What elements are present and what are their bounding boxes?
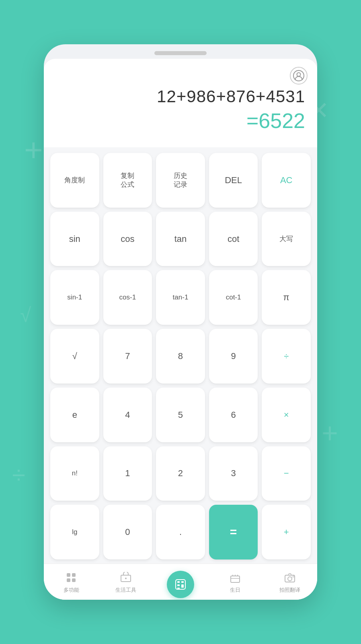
phone-notch-bar [44, 44, 317, 59]
tan-button[interactable]: tan [156, 212, 205, 266]
svg-text:+: + [24, 132, 43, 168]
nav-ocr-label: 拍照翻译 [279, 586, 300, 594]
svg-text:+: + [322, 417, 338, 449]
svg-rect-19 [177, 588, 180, 589]
bottom-nav: 多功能 生活工具 [44, 564, 317, 600]
camera-icon: 译 [283, 570, 297, 585]
svg-rect-15 [177, 581, 180, 583]
atan-button[interactable]: tan-1 [156, 270, 205, 325]
row-0: lg 0 . = + [50, 505, 311, 559]
svg-rect-9 [72, 573, 76, 577]
svg-rect-18 [181, 584, 184, 588]
keypad-area: 角度制 复制公式 历史记录 DEL AC sin cos tan cot 大写 … [44, 147, 317, 564]
add-button[interactable]: + [262, 505, 311, 559]
svg-point-13 [125, 578, 127, 579]
svg-rect-14 [176, 580, 185, 589]
uppercase-button[interactable]: 大写 [262, 212, 311, 266]
btn-7[interactable]: 7 [103, 329, 152, 384]
svg-rect-8 [67, 573, 70, 577]
asin-button[interactable]: sin-1 [50, 270, 99, 325]
svg-point-7 [297, 73, 301, 76]
row-456: e 4 5 6 × [50, 388, 311, 442]
svg-text:÷: ÷ [12, 461, 25, 488]
btn-4[interactable]: 4 [103, 388, 152, 442]
row-789: √ 7 8 9 ÷ [50, 329, 311, 384]
btn-0[interactable]: 0 [103, 505, 152, 559]
svg-rect-17 [177, 584, 180, 586]
sub-button[interactable]: − [262, 446, 311, 501]
sin-button[interactable]: sin [50, 212, 99, 266]
lg-button[interactable]: lg [50, 505, 99, 559]
acos-button[interactable]: cos-1 [103, 270, 152, 325]
svg-rect-10 [67, 578, 70, 582]
history-button[interactable]: 历史记录 [156, 153, 205, 208]
trig-row: sin cos tan cot 大写 [50, 212, 311, 266]
inv-trig-row: sin-1 cos-1 tan-1 cot-1 π [50, 270, 311, 325]
nav-birthday[interactable]: 生日 [208, 570, 263, 594]
factorial-button[interactable]: n! [50, 446, 99, 501]
btn-9[interactable]: 9 [209, 329, 258, 384]
toolbar-row: 角度制 复制公式 历史记录 DEL AC [50, 153, 311, 208]
btn-2[interactable]: 2 [156, 446, 205, 501]
del-button[interactable]: DEL [209, 153, 258, 208]
phone-shell: 12+986+876+4531 =6522 角度制 复制公式 历史记录 DEL … [44, 44, 317, 600]
svg-rect-11 [72, 578, 76, 582]
nav-lifetools[interactable]: 生活工具 [98, 570, 153, 594]
display-area: 12+986+876+4531 =6522 [44, 59, 317, 147]
dot-button[interactable]: . [156, 505, 205, 559]
mul-button[interactable]: × [262, 388, 311, 442]
btn-6[interactable]: 6 [209, 388, 258, 442]
phone-notch [154, 51, 207, 55]
e-button[interactable]: e [50, 388, 99, 442]
grid-icon [64, 570, 78, 585]
calculator-container: 12+986+876+4531 =6522 角度制 复制公式 历史记录 DEL … [44, 59, 317, 600]
copy-formula-button[interactable]: 复制公式 [103, 153, 152, 208]
svg-rect-16 [181, 581, 184, 583]
acot-button[interactable]: cot-1 [209, 270, 258, 325]
nav-multifunc-label: 多功能 [64, 586, 79, 594]
svg-text:√: √ [20, 304, 31, 326]
profile-button[interactable] [290, 67, 308, 85]
btn-1[interactable]: 1 [103, 446, 152, 501]
cos-button[interactable]: cos [103, 212, 152, 266]
nav-calculator-button[interactable] [167, 571, 194, 598]
ac-button[interactable]: AC [262, 153, 311, 208]
tools-icon [119, 570, 133, 585]
expression-display: 12+986+876+4531 [56, 87, 305, 106]
nav-lifetools-label: 生活工具 [115, 586, 136, 594]
nav-ocr[interactable]: 译 拍照翻译 [263, 570, 317, 594]
sqrt-button[interactable]: √ [50, 329, 99, 384]
div-button[interactable]: ÷ [262, 329, 311, 384]
cot-button[interactable]: cot [209, 212, 258, 266]
nav-multifunc[interactable]: 多功能 [44, 570, 98, 594]
svg-text:译: 译 [291, 575, 295, 578]
result-display: =6522 [56, 109, 305, 133]
btn-3[interactable]: 3 [209, 446, 258, 501]
pi-button[interactable]: π [262, 270, 311, 325]
row-123: n! 1 2 3 − [50, 446, 311, 501]
birthday-icon [228, 570, 242, 585]
equals-button[interactable]: = [209, 505, 258, 559]
btn-8[interactable]: 8 [156, 329, 205, 384]
nav-birthday-label: 生日 [230, 586, 240, 594]
svg-rect-20 [231, 576, 240, 582]
btn-5[interactable]: 5 [156, 388, 205, 442]
angle-mode-button[interactable]: 角度制 [50, 153, 99, 208]
